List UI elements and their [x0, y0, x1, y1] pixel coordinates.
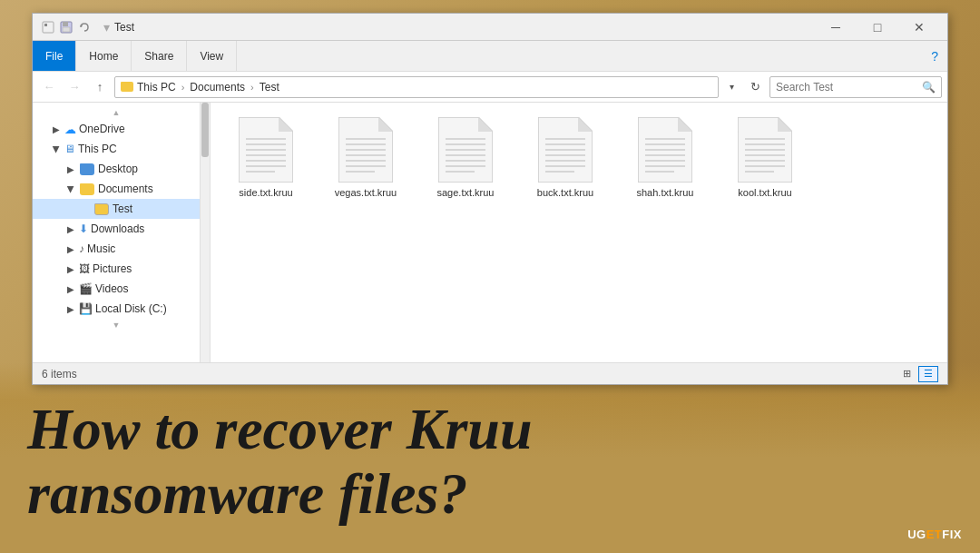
sidebar-item-desktop[interactable]: ▶ Desktop	[33, 159, 200, 179]
forward-button[interactable]: →	[64, 76, 85, 98]
expand-arrow-desktop: ▶	[65, 164, 76, 174]
undo-icon[interactable]	[76, 19, 93, 35]
file-item[interactable]: sage.txt.kruu	[425, 114, 506, 202]
address-path[interactable]: This PC › Documents › Test	[114, 76, 719, 98]
up-button[interactable]: ↑	[89, 76, 111, 98]
expand-arrow-videos: ▶	[65, 284, 76, 294]
sidebar-label-onedrive: OneDrive	[79, 123, 125, 135]
expand-arrow-documents: ▶	[66, 183, 76, 194]
path-sep-1: ›	[181, 82, 185, 93]
sidebar-label-documents: Documents	[98, 183, 153, 195]
item-count: 6 items	[42, 368, 77, 380]
sidebar-item-thispc[interactable]: ▶ 🖥 This PC	[33, 139, 200, 159]
sidebar: ▲ ▶ ☁ OneDrive ▶ 🖥 This PC ▶	[33, 103, 201, 362]
search-box[interactable]: 🔍	[769, 76, 942, 98]
file-icon-3	[438, 117, 493, 183]
sidebar-item-onedrive[interactable]: ▶ ☁ OneDrive	[33, 119, 200, 139]
save-icon[interactable]	[58, 19, 74, 35]
large-icon-view-button[interactable]: ⊞	[897, 366, 916, 382]
overlay-line2: ransomware files?	[27, 461, 467, 526]
file-area: side.txt.kruu	[211, 103, 947, 362]
expand-arrow-onedrive: ▶	[51, 124, 62, 134]
folder-icon-test	[94, 203, 109, 215]
logo-part-fix: FIX	[942, 528, 962, 541]
scroll-down-indicator: ▼	[33, 319, 200, 331]
help-button[interactable]: ?	[922, 41, 947, 71]
svg-rect-4	[63, 27, 70, 32]
main-area: ▲ ▶ ☁ OneDrive ▶ 🖥 This PC ▶	[33, 103, 947, 362]
cloud-icon: ☁	[64, 123, 76, 136]
sidebar-label-videos: Videos	[95, 282, 128, 295]
file-icon-2	[338, 117, 393, 183]
expand-arrow-thispc: ▶	[52, 143, 62, 154]
svg-marker-16	[378, 117, 393, 132]
quick-access-icon[interactable]	[40, 19, 56, 35]
minimize-button[interactable]: ─	[815, 14, 857, 41]
overlay-line1: How to recover Kruu	[27, 397, 532, 461]
svg-rect-0	[43, 22, 54, 33]
window-controls: ─ □ ✕	[815, 14, 940, 41]
file-item[interactable]: vegas.txt.kruu	[325, 114, 407, 202]
path-part-folder-icon	[121, 82, 133, 92]
sidebar-item-music[interactable]: ▶ ♪ Music	[33, 239, 200, 259]
expand-arrow-music: ▶	[65, 244, 76, 254]
sidebar-scroll-thumb	[201, 103, 209, 157]
sidebar-item-documents[interactable]: ▶ Documents	[33, 179, 200, 199]
logo-part-ug: UG	[907, 528, 926, 541]
download-icon: ⬇	[79, 222, 88, 235]
back-button[interactable]: ←	[38, 76, 60, 98]
file-icon-1	[239, 117, 293, 183]
ribbon-tab-home[interactable]: Home	[76, 41, 132, 71]
sidebar-item-pictures[interactable]: ▶ 🖼 Pictures	[33, 259, 200, 279]
expand-arrow-localdisk: ▶	[65, 304, 76, 314]
overlay-text-container: How to recover Kruu ransomware files?	[0, 362, 980, 553]
sidebar-item-localdisk[interactable]: ▶ 💾 Local Disk (C:)	[33, 299, 200, 319]
file-icon-4	[538, 117, 593, 183]
path-test: Test	[260, 81, 279, 94]
path-thispc: This PC	[137, 81, 176, 94]
sidebar-item-videos[interactable]: ▶ 🎬 Videos	[33, 279, 200, 299]
sidebar-label-thispc: This PC	[78, 143, 117, 155]
separator-icon: ▾	[98, 19, 114, 35]
file-name-4: buck.txt.kruu	[537, 186, 593, 199]
svg-rect-3	[63, 22, 68, 26]
sidebar-scrollbar[interactable]	[201, 103, 210, 362]
overlay-heading: How to recover Kruu ransomware files?	[27, 398, 953, 526]
sidebar-item-downloads[interactable]: ▶ ⬇ Downloads	[33, 219, 200, 239]
path-dropdown-button[interactable]: ▾	[722, 76, 740, 98]
music-icon: ♪	[79, 242, 84, 255]
expand-arrow-test	[80, 204, 91, 214]
maximize-button[interactable]: □	[857, 14, 898, 41]
scroll-up-indicator: ▲	[33, 106, 200, 119]
file-item[interactable]: side.txt.kruu	[225, 114, 307, 202]
sidebar-item-test[interactable]: Test	[33, 199, 200, 219]
ribbon-tab-share[interactable]: Share	[132, 41, 187, 71]
sidebar-wrapper: ▲ ▶ ☁ OneDrive ▶ 🖥 This PC ▶	[33, 103, 211, 362]
file-icon-6	[738, 117, 792, 183]
sidebar-label-localdisk: Local Disk (C:)	[95, 302, 167, 315]
ugetfix-logo: UGETFIX	[907, 526, 962, 542]
file-item[interactable]: buck.txt.kruu	[524, 114, 606, 202]
picture-icon: 🖼	[79, 262, 90, 275]
sidebar-label-test: Test	[113, 202, 132, 215]
ribbon-tab-view[interactable]: View	[187, 41, 237, 71]
status-bar: 6 items ⊞ ☰	[33, 362, 947, 384]
search-input[interactable]	[776, 81, 918, 94]
svg-marker-7	[279, 117, 293, 132]
view-buttons: ⊞ ☰	[897, 366, 938, 382]
refresh-button[interactable]: ↻	[744, 76, 766, 98]
close-button[interactable]: ✕	[898, 14, 940, 41]
expand-arrow-pictures: ▶	[65, 264, 76, 274]
folder-icon	[121, 82, 133, 92]
explorer-window: ▾ Test ─ □ ✕ File Home Share View ? ← → …	[32, 13, 948, 385]
folder-icon-desktop	[80, 163, 94, 175]
search-icon: 🔍	[922, 81, 936, 94]
details-view-button[interactable]: ☰	[918, 366, 938, 382]
pc-icon: 🖥	[64, 143, 75, 155]
file-name-2: vegas.txt.kruu	[335, 186, 397, 199]
ribbon-tab-file[interactable]: File	[33, 41, 76, 71]
file-item[interactable]: shah.txt.kruu	[624, 114, 706, 202]
title-bar: ▾ Test ─ □ ✕	[33, 14, 947, 41]
file-item[interactable]: kool.txt.kruu	[724, 114, 806, 202]
video-icon: 🎬	[79, 282, 93, 295]
